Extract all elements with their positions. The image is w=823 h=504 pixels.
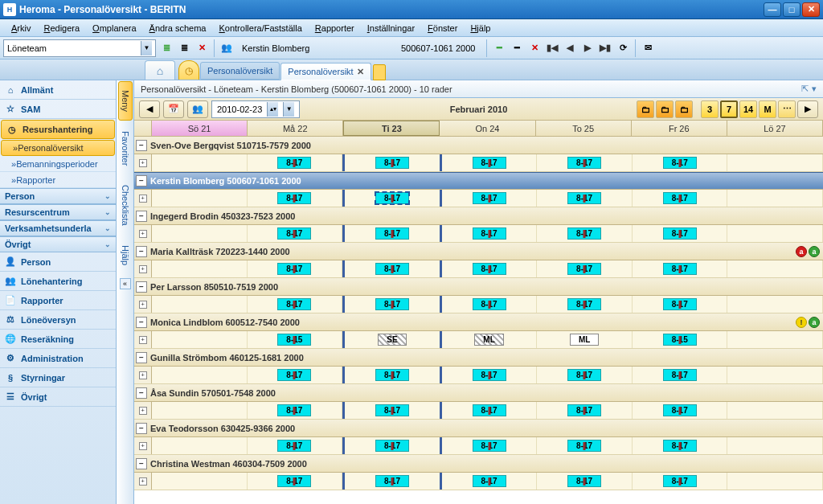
day-cell[interactable]: SE: [342, 331, 442, 348]
day-cell[interactable]: 8-17: [442, 154, 538, 171]
new-tab-button[interactable]: [373, 64, 386, 80]
day-cell[interactable]: 8-17: [342, 296, 442, 313]
shift-block[interactable]: 8-17: [567, 157, 601, 169]
day-cell[interactable]: [727, 473, 823, 490]
day-cell[interactable]: [727, 225, 823, 242]
day-cell[interactable]: 8-17: [537, 367, 633, 383]
day-cell[interactable]: 8-17: [633, 190, 728, 207]
team-combo[interactable]: Löneteam ▼: [3, 39, 156, 57]
day-cell[interactable]: [727, 190, 823, 207]
history-tab[interactable]: ◷: [178, 60, 199, 80]
shift-block[interactable]: 8-17: [663, 227, 697, 240]
day-cell[interactable]: 8-17: [248, 190, 343, 207]
day-cell[interactable]: [152, 367, 248, 383]
day-cell[interactable]: 8-17: [342, 402, 442, 419]
day-cell[interactable]: 8-17: [537, 225, 633, 242]
sidebar-item-administration[interactable]: ⚙Administration: [0, 349, 116, 368]
day-cell[interactable]: [727, 260, 823, 277]
view-m-button[interactable]: M: [759, 100, 776, 118]
mail-icon[interactable]: ✉: [641, 41, 655, 55]
chevron-down-icon[interactable]: ▼: [283, 102, 294, 117]
day-cell[interactable]: 8-17: [442, 402, 538, 419]
collapse-icon[interactable]: −: [136, 423, 147, 434]
day-cell[interactable]: 8-17: [442, 225, 538, 242]
first-icon[interactable]: ▮◀: [545, 41, 559, 55]
person-header[interactable]: −Gunilla Strömbom 460125-1681 2000: [134, 349, 823, 367]
collapse-icon[interactable]: −: [136, 317, 147, 328]
next-icon[interactable]: ▶: [580, 41, 595, 55]
shift-block[interactable]: 8-17: [663, 192, 697, 204]
shift-block[interactable]: 8-17: [473, 227, 506, 240]
day-header[interactable]: Fr 26: [632, 121, 727, 136]
day-cell[interactable]: [152, 296, 248, 313]
day-cell[interactable]: 8-17: [537, 437, 633, 454]
shift-block[interactable]: ML: [474, 334, 503, 346]
menu-rapporter[interactable]: Rapporter: [309, 22, 361, 35]
day-header[interactable]: On 24: [440, 121, 535, 136]
day-cell[interactable]: [152, 437, 248, 454]
expand-cell[interactable]: +: [134, 190, 152, 207]
day-cell[interactable]: 8-17: [342, 437, 442, 454]
day-cell[interactable]: 8-17: [248, 402, 343, 419]
people-icon[interactable]: 👥: [219, 41, 234, 55]
shift-block[interactable]: 8-17: [663, 440, 697, 452]
person-header[interactable]: −Monica Lindblom 600512-7540 2000!a: [134, 313, 823, 331]
shift-block[interactable]: 8-17: [663, 475, 697, 487]
sidebar-item-rapporter[interactable]: 📄Rapporter: [0, 291, 116, 310]
sidebar-section-resurscentrum[interactable]: Resurscentrum⌄: [0, 204, 116, 220]
day-cell[interactable]: 8-17: [248, 367, 343, 383]
expand-cell[interactable]: +: [134, 473, 152, 490]
menu-redigera[interactable]: Redigera: [37, 22, 86, 35]
day-cell[interactable]: 8-17: [342, 260, 442, 277]
day-cell[interactable]: 8-17: [442, 473, 538, 490]
view-14-button[interactable]: 14: [739, 100, 757, 118]
shift-block[interactable]: 8-17: [375, 440, 409, 452]
day-cell[interactable]: [152, 473, 248, 490]
person-header[interactable]: −Åsa Sundin 570501-7548 2000: [134, 384, 823, 402]
shift-block[interactable]: 8-17: [277, 157, 311, 169]
sidebar-item-resurshantering[interactable]: ◷Resurshantering: [1, 120, 115, 139]
shift-block[interactable]: 8-17: [473, 157, 506, 169]
collapse-icon[interactable]: −: [136, 387, 147, 399]
view-7-button[interactable]: 7: [720, 100, 738, 118]
day-cell[interactable]: [727, 331, 823, 348]
day-cell[interactable]: 8-17: [537, 260, 633, 277]
day-cell[interactable]: [727, 154, 823, 171]
expand-cell[interactable]: +: [134, 260, 152, 277]
expand-cell[interactable]: +: [134, 154, 152, 171]
bar-icon[interactable]: ━: [510, 41, 524, 55]
day-cell[interactable]: [727, 437, 823, 454]
person-header[interactable]: −Eva Teodorsson 630425-9366 2000: [134, 420, 823, 437]
more-view-button[interactable]: ⋯: [778, 100, 796, 118]
day-cell[interactable]: 8-17: [342, 154, 442, 171]
prev-icon[interactable]: ◀: [563, 41, 577, 55]
list-icon[interactable]: ≣: [177, 41, 191, 55]
collapse-icon[interactable]: −: [136, 352, 147, 363]
person-header[interactable]: −Kerstin Blomberg 500607-1061 2000: [134, 172, 823, 190]
shift-block[interactable]: 8-17: [375, 157, 409, 169]
menu-omplanera[interactable]: Omplanera: [86, 22, 142, 35]
day-cell[interactable]: 8-17: [442, 296, 538, 313]
sidebar-item-styrningar[interactable]: §Styrningar: [0, 368, 116, 387]
sidebar-item-reserakning[interactable]: 🌐Reseräkning: [0, 330, 116, 349]
shift-block[interactable]: ML: [570, 334, 599, 346]
day-cell[interactable]: 8-17: [537, 473, 633, 490]
shift-block[interactable]: 8-17: [663, 369, 697, 381]
close-tab-icon[interactable]: ✕: [357, 67, 364, 77]
shift-block[interactable]: 8-17: [473, 369, 506, 381]
shift-block[interactable]: 8-17: [473, 440, 506, 452]
minimize-button[interactable]: —: [764, 2, 781, 17]
day-cell[interactable]: [152, 154, 248, 171]
person-header[interactable]: −Ingegerd Brodin 450323-7523 2000: [134, 207, 823, 225]
tab-personaloversikt-1[interactable]: Personalöversikt: [200, 62, 280, 80]
shift-block[interactable]: 8-17: [473, 298, 506, 310]
shift-block[interactable]: SE: [378, 334, 406, 346]
shift-block[interactable]: 8-17: [567, 404, 601, 416]
day-cell[interactable]: 8-17: [248, 296, 343, 313]
remove-red-icon[interactable]: ✕: [527, 41, 542, 55]
day-header[interactable]: To 25: [536, 121, 632, 136]
day-cell[interactable]: 8-17: [442, 260, 538, 277]
day-cell[interactable]: [152, 260, 248, 277]
shift-block[interactable]: 8-17: [567, 298, 601, 310]
collapse-icon[interactable]: −: [136, 246, 147, 257]
